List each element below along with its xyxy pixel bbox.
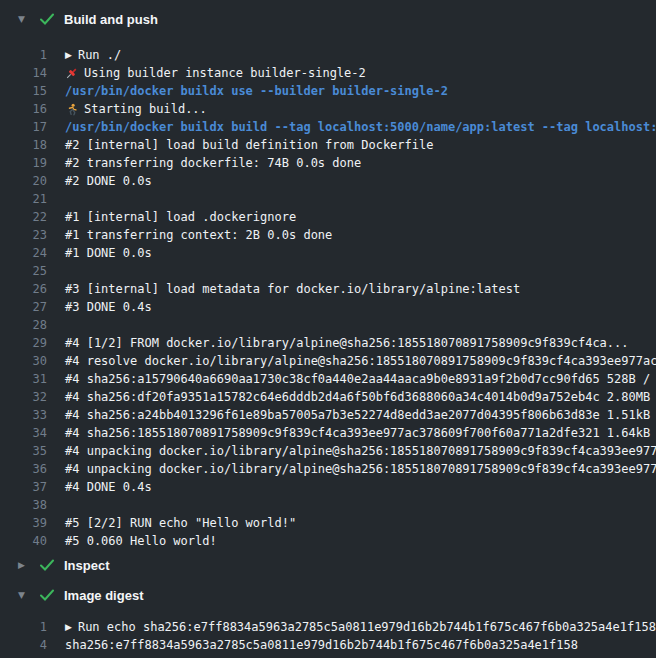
line-number[interactable]: 20	[0, 172, 47, 190]
line-number[interactable]: 38	[0, 496, 47, 514]
line-number[interactable]: 33	[0, 406, 47, 424]
log-text-content: #4 sha256:185518070891758909c9f839cf4ca3…	[65, 424, 656, 442]
line-number[interactable]: 27	[0, 298, 47, 316]
line-number[interactable]: 28	[0, 316, 47, 334]
log-line: 4sha256:e7ff8834a5963a2785c5a0811e979d16…	[0, 636, 656, 654]
line-number[interactable]: 26	[0, 280, 47, 298]
log-text: #4 sha256:a24bb4013296f61e89ba57005a7b3e…	[47, 406, 656, 424]
line-number[interactable]: 30	[0, 352, 47, 370]
log-text: #4 DONE 0.4s	[47, 478, 152, 496]
log-text-content: #4 sha256:a24bb4013296f61e89ba57005a7b3e…	[65, 406, 656, 424]
log-text-content: Run ./	[78, 46, 121, 64]
line-number[interactable]: 34	[0, 424, 47, 442]
log-text: ▶Run ./	[47, 46, 121, 64]
log-text: Starting build...	[47, 100, 207, 118]
log-text: #5 [2/2] RUN echo "Hello world!"	[47, 514, 296, 532]
log-text: #2 [internal] load build definition from…	[47, 136, 433, 154]
log-line: 29#4 [1/2] FROM docker.io/library/alpine…	[0, 334, 656, 352]
log-text-content: #5 [2/2] RUN echo "Hello world!"	[65, 514, 296, 532]
line-number[interactable]: 23	[0, 226, 47, 244]
log-text	[47, 316, 65, 334]
log-text: #4 [1/2] FROM docker.io/library/alpine@s…	[47, 334, 629, 352]
log-text: #1 [internal] load .dockerignore	[47, 208, 296, 226]
line-number[interactable]: 17	[0, 118, 47, 136]
log-text-content: #4 unpacking docker.io/library/alpine@sh…	[65, 460, 656, 478]
section-title: Build and push	[64, 12, 158, 27]
log-line: 18#2 [internal] load build definition fr…	[0, 136, 656, 154]
log-block-build-and-push: 1▶Run ./14Using builder instance builder…	[0, 46, 656, 550]
section-header-image-digest[interactable]: ▼Image digest	[0, 580, 656, 610]
log-text: #1 transferring context: 2B 0.0s done	[47, 226, 332, 244]
line-number[interactable]: 40	[0, 532, 47, 550]
section-header-build-and-push[interactable]: ▼Build and push	[0, 4, 656, 34]
line-number[interactable]: 21	[0, 190, 47, 208]
log-line: 16Starting build...	[0, 100, 656, 118]
log-text-content: #2 transferring dockerfile: 74B 0.0s don…	[65, 154, 361, 172]
section-header-inspect[interactable]: ▶Inspect	[0, 550, 656, 580]
line-number[interactable]: 16	[0, 100, 47, 118]
log-line: 28	[0, 316, 656, 334]
log-text-content: #4 resolve docker.io/library/alpine@sha2…	[65, 352, 656, 370]
log-text-content: Using builder instance builder-single-2	[84, 64, 366, 82]
log-text: #2 transferring dockerfile: 74B 0.0s don…	[47, 154, 361, 172]
expand-triangle-icon[interactable]: ▶	[65, 618, 72, 636]
log-text-content: #4 DONE 0.4s	[65, 478, 152, 496]
check-icon	[40, 589, 54, 601]
log-text: #4 unpacking docker.io/library/alpine@sh…	[47, 460, 656, 478]
line-number[interactable]: 32	[0, 388, 47, 406]
line-number[interactable]: 1	[0, 618, 47, 636]
log-line: 14Using builder instance builder-single-…	[0, 64, 656, 82]
line-number[interactable]: 19	[0, 154, 47, 172]
log-line: 26#3 [internal] load metadata for docker…	[0, 280, 656, 298]
expand-triangle-icon[interactable]: ▶	[65, 46, 72, 64]
log-text: #4 sha256:185518070891758909c9f839cf4ca3…	[47, 424, 656, 442]
line-number[interactable]: 31	[0, 370, 47, 388]
chevron-right-icon[interactable]: ▶	[18, 560, 30, 570]
log-line: 21	[0, 190, 656, 208]
log-text-content: #2 [internal] load build definition from…	[65, 136, 433, 154]
log-text: sha256:e7ff8834a5963a2785c5a0811e979d16b…	[47, 636, 578, 654]
log-line: 20#2 DONE 0.0s	[0, 172, 656, 190]
line-number[interactable]: 1	[0, 46, 47, 64]
runner-icon	[65, 103, 78, 116]
log-line: 40#5 0.060 Hello world!	[0, 532, 656, 550]
line-number[interactable]: 4	[0, 636, 47, 654]
check-icon	[40, 13, 54, 25]
log-text-content: #1 [internal] load .dockerignore	[65, 208, 296, 226]
line-number[interactable]: 36	[0, 460, 47, 478]
line-number[interactable]: 14	[0, 64, 47, 82]
check-icon	[40, 559, 54, 571]
log-text	[47, 190, 65, 208]
chevron-down-icon[interactable]: ▼	[18, 590, 30, 600]
log-line: 39#5 [2/2] RUN echo "Hello world!"	[0, 514, 656, 532]
log-text-content: #4 [1/2] FROM docker.io/library/alpine@s…	[65, 334, 629, 352]
line-number[interactable]: 39	[0, 514, 47, 532]
log-line: 27#3 DONE 0.4s	[0, 298, 656, 316]
log-text: #4 sha256:df20fa9351a15782c64e6dddb2d4a6…	[47, 388, 656, 406]
log-block-image-digest: 1▶Run echo sha256:e7ff8834a5963a2785c5a0…	[0, 618, 656, 654]
command-text: /usr/bin/docker buildx use --builder bui…	[47, 82, 448, 100]
log-text-content: sha256:e7ff8834a5963a2785c5a0811e979d16b…	[65, 636, 578, 654]
log-viewer: ▼Build and push1▶Run ./14Using builder i…	[0, 4, 656, 654]
log-text: #4 unpacking docker.io/library/alpine@sh…	[47, 442, 656, 460]
line-number[interactable]: 25	[0, 262, 47, 280]
line-number[interactable]: 24	[0, 244, 47, 262]
line-number[interactable]: 35	[0, 442, 47, 460]
log-group-line[interactable]: 1▶Run echo sha256:e7ff8834a5963a2785c5a0…	[0, 618, 656, 636]
line-number[interactable]: 22	[0, 208, 47, 226]
log-text	[47, 262, 65, 280]
line-number[interactable]: 15	[0, 82, 47, 100]
log-text-content: #4 sha256:a15790640a6690aa1730c38cf0a440…	[65, 370, 656, 388]
log-line: 15/usr/bin/docker buildx use --builder b…	[0, 82, 656, 100]
chevron-down-icon[interactable]: ▼	[18, 14, 30, 24]
log-text-content: /usr/bin/docker buildx use --builder bui…	[65, 82, 448, 100]
log-line: 31#4 sha256:a15790640a6690aa1730c38cf0a4…	[0, 370, 656, 388]
section-title: Image digest	[64, 588, 143, 603]
log-group-line[interactable]: 1▶Run ./	[0, 46, 656, 64]
line-number[interactable]: 18	[0, 136, 47, 154]
log-line: 17/usr/bin/docker buildx build --tag loc…	[0, 118, 656, 136]
line-number[interactable]: 29	[0, 334, 47, 352]
line-number[interactable]: 37	[0, 478, 47, 496]
pushpin-icon	[65, 67, 78, 80]
log-line: 30#4 resolve docker.io/library/alpine@sh…	[0, 352, 656, 370]
